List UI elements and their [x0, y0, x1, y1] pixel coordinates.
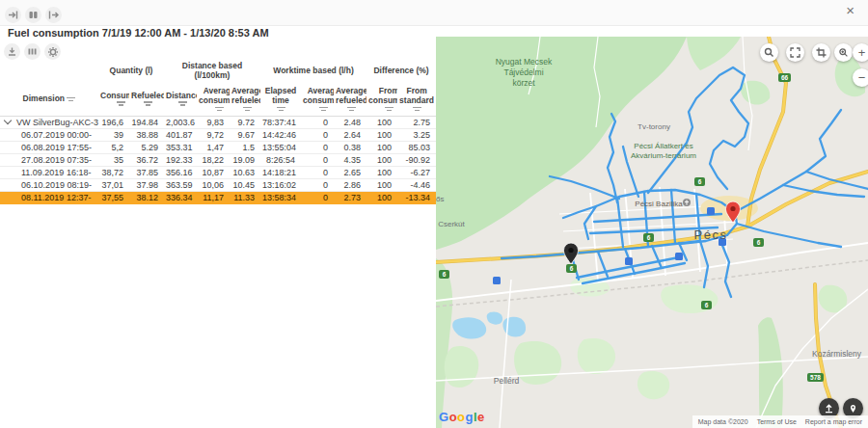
table-row[interactable]: 08.11.2019 12:37-37,5538.12336.3411,1711…: [0, 192, 436, 204]
sort-filter-icon[interactable]: [347, 107, 356, 112]
cell-value[interactable]: 13:55:04: [260, 142, 301, 154]
sort-filter-icon[interactable]: [385, 107, 393, 112]
zoom-area-icon[interactable]: [834, 43, 853, 62]
table-row[interactable]: VW SilverBug-AKC-3t196,6194.842,003.69,8…: [0, 117, 436, 129]
cell-value[interactable]: 5,2: [98, 142, 129, 154]
cell-value[interactable]: 353.31: [164, 142, 197, 154]
sort-filter-icon[interactable]: [144, 101, 152, 106]
cell-value[interactable]: 3.25: [397, 129, 436, 142]
cell-value[interactable]: 100: [366, 154, 397, 167]
cell-value[interactable]: 37.85: [129, 167, 164, 179]
cell-dimension[interactable]: 06.07.2019 00:00-: [0, 129, 98, 142]
sort-filter-icon[interactable]: [215, 107, 224, 112]
col-average-consumed-distance[interactable]: Average consumed: [197, 81, 230, 117]
cell-value[interactable]: 37,55: [98, 192, 129, 204]
cell-value[interactable]: 1,47: [197, 142, 230, 154]
close-icon[interactable]: ×: [846, 2, 854, 19]
cell-value[interactable]: 100: [366, 117, 397, 129]
map-canvas[interactable]: 6 6 6 6 6 6 66 578: [436, 37, 868, 428]
church-poi-icon[interactable]: [683, 199, 691, 206]
cell-value[interactable]: 0: [301, 154, 334, 167]
cell-value[interactable]: 38,72: [98, 167, 129, 179]
cell-value[interactable]: 356.16: [164, 167, 197, 179]
cell-value[interactable]: 2.64: [334, 129, 366, 142]
col-from-standard[interactable]: From standard: [397, 81, 436, 117]
col-refueled[interactable]: Refueled: [129, 81, 164, 117]
cell-value[interactable]: 11.33: [230, 192, 260, 204]
cell-value[interactable]: 9.72: [230, 117, 260, 129]
table-row[interactable]: 27.08.2019 07:35-3536.72192.3318,2219.09…: [0, 154, 436, 167]
cell-value[interactable]: 4.35: [334, 154, 366, 167]
terms-of-use-link[interactable]: Terms of Use: [757, 418, 797, 425]
cell-value[interactable]: 37.98: [129, 179, 164, 192]
cell-value[interactable]: 38.88: [129, 129, 164, 142]
sort-filter-icon[interactable]: [319, 107, 328, 112]
cell-value[interactable]: 0: [301, 142, 334, 154]
table-row[interactable]: 11.09.2019 16:18-38,7237.85356.1610,8710…: [0, 167, 436, 179]
cell-value[interactable]: 19.09: [230, 154, 260, 167]
col-from-consumed[interactable]: From consumed: [366, 81, 397, 117]
table-row[interactable]: 06.10.2019 08:19-37,0137.98363.5910,0610…: [0, 179, 436, 192]
cell-dimension[interactable]: VW SilverBug-AKC-3t: [0, 117, 98, 129]
cell-value[interactable]: 0: [301, 179, 334, 192]
cell-value[interactable]: 336.34: [164, 192, 197, 204]
cell-value[interactable]: 14:18:21: [260, 167, 301, 179]
cell-value[interactable]: 100: [366, 179, 397, 192]
cell-dimension[interactable]: 11.09.2019 16:18-: [0, 167, 98, 179]
cell-value[interactable]: 10,06: [197, 179, 230, 192]
cell-value[interactable]: 2.75: [397, 117, 436, 129]
cell-value[interactable]: 13:58:34: [260, 192, 301, 204]
cell-value[interactable]: 0: [301, 117, 334, 129]
sort-filter-icon[interactable]: [277, 107, 285, 112]
cell-value[interactable]: 39: [98, 129, 129, 142]
cell-value[interactable]: 2.86: [334, 179, 366, 192]
cell-value[interactable]: 401.87: [164, 129, 197, 142]
dock-panel-left-icon[interactable]: [5, 7, 21, 23]
settings-gear-icon[interactable]: [44, 43, 61, 60]
search-icon[interactable]: [760, 43, 778, 62]
cell-value[interactable]: 85.03: [397, 142, 436, 154]
col-consumed[interactable]: Consumed: [98, 81, 129, 117]
cell-value[interactable]: 2.73: [334, 192, 366, 204]
cell-value[interactable]: 14:42:46: [260, 129, 301, 142]
cell-value[interactable]: 78:37:41: [260, 117, 301, 129]
cell-value[interactable]: 192.33: [164, 154, 197, 167]
dock-panel-right-icon[interactable]: [45, 7, 62, 23]
sort-filter-icon[interactable]: [67, 97, 75, 102]
col-distance[interactable]: Distance: [164, 81, 197, 117]
cell-value[interactable]: 36.72: [129, 154, 164, 167]
col-average-consumed-worktime[interactable]: Average consumed: [301, 81, 334, 117]
cell-value[interactable]: 363.59: [164, 179, 197, 192]
split-panels-icon[interactable]: [25, 7, 41, 23]
cell-value[interactable]: 2,003.6: [164, 117, 197, 129]
col-elapsed-time[interactable]: Elapsed time: [260, 81, 301, 117]
cell-value[interactable]: 100: [366, 129, 397, 142]
cell-dimension[interactable]: 06.08.2019 17:55-: [0, 142, 98, 154]
cell-value[interactable]: 8:26:54: [260, 154, 301, 167]
sort-filter-icon[interactable]: [413, 107, 421, 112]
cell-value[interactable]: 196,6: [98, 117, 129, 129]
zoom-in-icon[interactable]: +: [853, 43, 868, 62]
collapse-chevron-icon[interactable]: [4, 117, 12, 124]
table-row[interactable]: 06.07.2019 00:00-3938.88401.879,729.6714…: [0, 129, 436, 142]
cell-value[interactable]: 11,17: [197, 192, 230, 204]
col-average-refueled-worktime[interactable]: Average refueled: [334, 81, 366, 117]
cell-value[interactable]: 0.38: [334, 142, 366, 154]
cell-value[interactable]: 0: [301, 167, 334, 179]
sort-filter-icon[interactable]: [117, 101, 125, 106]
cell-value[interactable]: -6.27: [397, 167, 436, 179]
cell-value[interactable]: 2.65: [334, 167, 366, 179]
cell-value[interactable]: 1.5: [230, 142, 260, 154]
cell-dimension[interactable]: 27.08.2019 07:35-: [0, 154, 98, 167]
cell-value[interactable]: 10.45: [230, 179, 260, 192]
cell-value[interactable]: 194.84: [129, 117, 164, 129]
sort-filter-icon[interactable]: [178, 101, 187, 106]
report-map-error-link[interactable]: Report a map error: [805, 418, 862, 425]
cell-value[interactable]: 0: [301, 129, 334, 142]
cell-value[interactable]: 100: [366, 192, 397, 204]
cell-value[interactable]: 38.12: [129, 192, 164, 204]
zoom-out-icon[interactable]: −: [853, 68, 868, 87]
cell-value[interactable]: 35: [98, 154, 129, 167]
cell-value[interactable]: 9,72: [197, 129, 230, 142]
cell-value[interactable]: 9,83: [197, 117, 230, 129]
